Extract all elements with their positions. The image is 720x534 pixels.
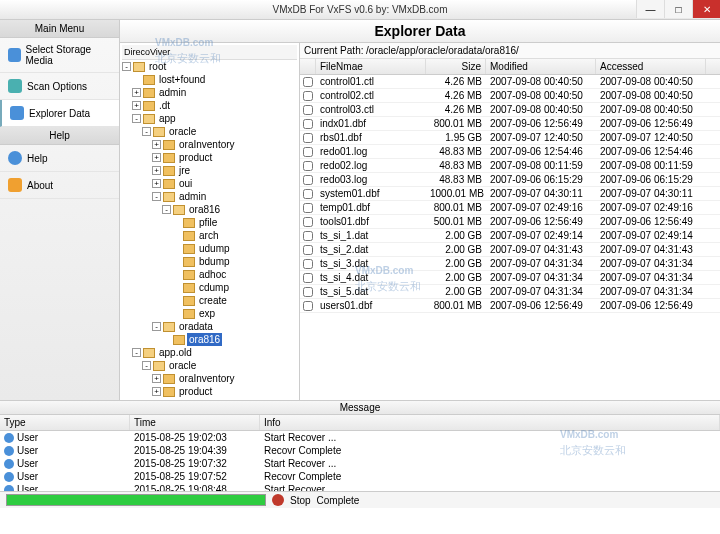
col-name[interactable]: FileNmae xyxy=(316,59,426,74)
file-row[interactable]: control02.ctl4.26 MB2007-09-08 00:40:502… xyxy=(300,89,720,103)
tree-node[interactable]: oracle xyxy=(167,125,198,138)
tree-node[interactable]: oraInventory xyxy=(177,372,237,385)
tree-node[interactable]: admin xyxy=(177,190,208,203)
expand-toggle[interactable]: - xyxy=(142,127,151,136)
file-checkbox[interactable] xyxy=(303,133,313,143)
message-row[interactable]: User2015-08-25 19:07:52Recovr Complete xyxy=(0,470,720,483)
file-checkbox[interactable] xyxy=(303,259,313,269)
expand-toggle[interactable]: - xyxy=(162,205,171,214)
message-row[interactable]: User2015-08-25 19:08:48Start Recover ... xyxy=(0,483,720,491)
file-row[interactable]: ts_si_4.dat2.00 GB2007-09-07 04:31:34200… xyxy=(300,271,720,285)
file-checkbox[interactable] xyxy=(303,203,313,213)
directory-tree[interactable]: DirecoViver -root lost+found +admin +.dt… xyxy=(120,43,300,400)
col-info[interactable]: Info xyxy=(260,415,720,430)
tree-node-selected[interactable]: ora816 xyxy=(187,333,222,346)
message-row[interactable]: User2015-08-25 19:04:39Recovr Complete xyxy=(0,444,720,457)
file-row[interactable]: ts_si_2.dat2.00 GB2007-09-07 04:31:43200… xyxy=(300,243,720,257)
file-row[interactable]: tools01.dbf500.01 MB2007-09-06 12:56:492… xyxy=(300,215,720,229)
file-checkbox[interactable] xyxy=(303,161,313,171)
file-row[interactable]: ts_si_5.dat2.00 GB2007-09-07 04:31:34200… xyxy=(300,285,720,299)
expand-toggle[interactable]: - xyxy=(142,361,151,370)
file-row[interactable]: users01.dbf800.01 MB2007-09-06 12:56:492… xyxy=(300,299,720,313)
col-accessed[interactable]: Accessed xyxy=(596,59,706,74)
sidebar-item-scan-options[interactable]: Scan Options xyxy=(0,73,119,100)
tree-node[interactable]: jre xyxy=(177,398,192,400)
file-checkbox[interactable] xyxy=(303,301,313,311)
expand-toggle[interactable]: + xyxy=(152,153,161,162)
col-time[interactable]: Time xyxy=(130,415,260,430)
file-row[interactable]: ts_si_3.dat2.00 GB2007-09-07 04:31:34200… xyxy=(300,257,720,271)
tree-node[interactable]: jre xyxy=(177,164,192,177)
message-row[interactable]: User2015-08-25 19:02:03Start Recover ... xyxy=(0,431,720,444)
file-checkbox[interactable] xyxy=(303,175,313,185)
file-checkbox[interactable] xyxy=(303,231,313,241)
expand-toggle[interactable]: - xyxy=(152,322,161,331)
file-row[interactable]: control01.ctl4.26 MB2007-09-08 00:40:502… xyxy=(300,75,720,89)
expand-toggle[interactable]: + xyxy=(152,387,161,396)
tree-node[interactable]: arch xyxy=(197,229,220,242)
file-checkbox[interactable] xyxy=(303,189,313,199)
file-checkbox[interactable] xyxy=(303,91,313,101)
col-size[interactable]: Size xyxy=(426,59,486,74)
tree-node[interactable]: app xyxy=(157,112,178,125)
file-checkbox[interactable] xyxy=(303,287,313,297)
tree-node[interactable]: bdump xyxy=(197,255,232,268)
expand-toggle[interactable]: + xyxy=(152,140,161,149)
tree-node[interactable]: udump xyxy=(197,242,232,255)
sidebar-item-about[interactable]: About xyxy=(0,172,119,199)
tree-node[interactable]: cdump xyxy=(197,281,231,294)
tree-node[interactable]: .dt xyxy=(157,99,172,112)
tree-node[interactable]: adhoc xyxy=(197,268,228,281)
tree-node[interactable]: lost+found xyxy=(157,73,207,86)
sidebar-item-select-storage[interactable]: Select Storage Media xyxy=(0,38,119,73)
expand-toggle[interactable]: + xyxy=(152,166,161,175)
tree-node[interactable]: oraInventory xyxy=(177,138,237,151)
file-checkbox[interactable] xyxy=(303,119,313,129)
file-row[interactable]: indx01.dbf800.01 MB2007-09-06 12:56:4920… xyxy=(300,117,720,131)
file-checkbox[interactable] xyxy=(303,217,313,227)
file-row[interactable]: redo01.log48.83 MB2007-09-06 12:54:46200… xyxy=(300,145,720,159)
file-checkbox[interactable] xyxy=(303,77,313,87)
tree-node[interactable]: oradata xyxy=(177,320,215,333)
expand-toggle[interactable]: - xyxy=(132,114,141,123)
file-checkbox[interactable] xyxy=(303,245,313,255)
file-row[interactable]: rbs01.dbf1.95 GB2007-09-07 12:40:502007-… xyxy=(300,131,720,145)
file-row[interactable]: control03.ctl4.26 MB2007-09-08 00:40:502… xyxy=(300,103,720,117)
expand-toggle[interactable]: - xyxy=(152,192,161,201)
tree-node[interactable]: create xyxy=(197,294,229,307)
col-type[interactable]: Type xyxy=(0,415,130,430)
tree-node[interactable]: oui xyxy=(177,177,194,190)
expand-toggle[interactable]: - xyxy=(122,62,131,71)
tree-node[interactable]: oracle xyxy=(167,359,198,372)
tree-node[interactable]: admin xyxy=(157,86,188,99)
tree-node[interactable]: root xyxy=(147,60,168,73)
file-rows[interactable]: control01.ctl4.26 MB2007-09-08 00:40:502… xyxy=(300,75,720,400)
message-row[interactable]: User2015-08-25 19:07:32Start Recover ... xyxy=(0,457,720,470)
maximize-button[interactable]: □ xyxy=(664,0,692,18)
tree-node[interactable]: exp xyxy=(197,307,217,320)
expand-toggle[interactable]: - xyxy=(132,348,141,357)
stop-button[interactable]: Stop xyxy=(290,495,311,506)
tree-node[interactable]: product xyxy=(177,151,214,164)
file-row[interactable]: redo03.log48.83 MB2007-09-06 06:15:29200… xyxy=(300,173,720,187)
tree-node[interactable]: product xyxy=(177,385,214,398)
minimize-button[interactable]: — xyxy=(636,0,664,18)
message-rows[interactable]: User2015-08-25 19:02:03Start Recover ...… xyxy=(0,431,720,491)
expand-toggle[interactable]: + xyxy=(152,374,161,383)
tree-node[interactable]: pfile xyxy=(197,216,219,229)
tree-node[interactable]: app.old xyxy=(157,346,194,359)
expand-toggle[interactable]: + xyxy=(132,88,141,97)
tree-node[interactable]: ora816 xyxy=(187,203,222,216)
file-row[interactable]: temp01.dbf800.01 MB2007-09-07 02:49:1620… xyxy=(300,201,720,215)
file-row[interactable]: ts_si_1.dat2.00 GB2007-09-07 02:49:14200… xyxy=(300,229,720,243)
expand-toggle[interactable]: + xyxy=(152,179,161,188)
col-modified[interactable]: Modified xyxy=(486,59,596,74)
sidebar-item-help[interactable]: Help xyxy=(0,145,119,172)
file-row[interactable]: redo02.log48.83 MB2007-09-08 00:11:59200… xyxy=(300,159,720,173)
close-button[interactable]: ✕ xyxy=(692,0,720,18)
file-checkbox[interactable] xyxy=(303,273,313,283)
file-row[interactable]: system01.dbf1000.01 MB2007-09-07 04:30:1… xyxy=(300,187,720,201)
expand-toggle[interactable]: + xyxy=(132,101,141,110)
sidebar-item-explorer-data[interactable]: Explorer Data xyxy=(0,100,119,127)
file-checkbox[interactable] xyxy=(303,147,313,157)
